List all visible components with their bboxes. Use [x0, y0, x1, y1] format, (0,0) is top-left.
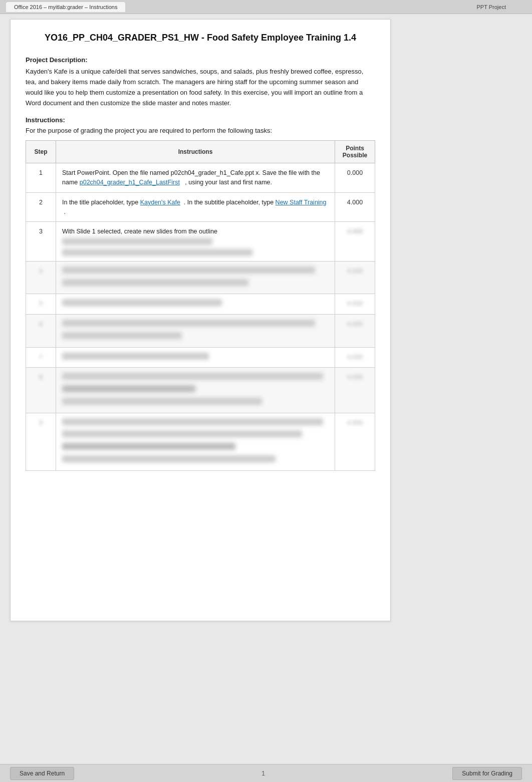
step-instruction: Start PowerPoint. Open the file named p0…	[56, 163, 335, 193]
col-header-step: Step	[26, 141, 56, 163]
step-points: 4.000	[335, 347, 375, 368]
step-number: 9	[26, 413, 56, 470]
step-number: 4	[26, 261, 56, 294]
step-number: 7	[26, 347, 56, 368]
browser-tab[interactable]: Office 2016 – myitlab:grader – Instructi…	[6, 2, 125, 12]
step-instruction	[56, 413, 335, 470]
steps-table: Step Instructions Points Possible 1 Star…	[26, 140, 375, 470]
page-title: YO16_PP_CH04_GRADER_PS1_HW - Food Safety…	[26, 32, 375, 44]
submit-grading-button[interactable]: Submit for Grading	[452, 767, 522, 780]
table-row: 5 4.000	[26, 294, 375, 315]
col-header-points: Points Possible	[335, 141, 375, 163]
main-panel: YO16_PP_CH04_GRADER_PS1_HW - Food Safety…	[10, 19, 391, 621]
table-row: 9 4.000	[26, 413, 375, 470]
table-row: 2 In the title placeholder, type Kayden'…	[26, 192, 375, 222]
table-row: 1 Start PowerPoint. Open the file named …	[26, 163, 375, 193]
table-row: 3 With Slide 1 selected, create new slid…	[26, 222, 375, 262]
step-instruction	[56, 315, 335, 348]
step-instruction	[56, 294, 335, 315]
step-instruction	[56, 261, 335, 294]
table-row: 8 4.000	[26, 368, 375, 413]
step-points: 4.000	[335, 413, 375, 470]
step-points: 4.000	[335, 368, 375, 413]
file-link[interactable]: p02ch04_grader_h1_Cafe_LastFirst	[80, 179, 180, 186]
table-row: 6 4.000	[26, 315, 375, 348]
step-number: 8	[26, 368, 56, 413]
step-number: 1	[26, 163, 56, 193]
step-points: 4.000	[335, 315, 375, 348]
new-staff-training-link: New Staff Training	[276, 199, 327, 206]
step-number: 3	[26, 222, 56, 262]
step-number: 5	[26, 294, 56, 315]
step-points: 4.000	[335, 222, 375, 262]
step-points: 0.000	[335, 163, 375, 193]
step-instruction: In the title placeholder, type Kayden's …	[56, 192, 335, 222]
step-points: 4.000	[335, 192, 375, 222]
step-instruction: With Slide 1 selected, create new slides…	[56, 222, 335, 262]
save-return-button[interactable]: Save and Return	[10, 767, 74, 780]
step-instruction	[56, 347, 335, 368]
step-points: 4.000	[335, 294, 375, 315]
bottom-bar: Save and Return 1 Submit for Grading	[0, 764, 532, 782]
for-purpose-text: For the purpose of grading the project y…	[26, 127, 375, 134]
step-number: 2	[26, 192, 56, 222]
project-description-label: Project Description:	[26, 56, 375, 64]
description-text: Kayden's Kafe is a unique cafe/deli that…	[26, 67, 375, 108]
browser-right-label: PPT Project	[477, 4, 506, 10]
table-row: 7 4.000	[26, 347, 375, 368]
kaydens-kafe-link: Kayden's Kafe	[140, 199, 180, 206]
right-panel	[396, 14, 496, 626]
step-instruction	[56, 368, 335, 413]
table-row: 4 4.000	[26, 261, 375, 294]
page-info: 1	[261, 770, 265, 777]
col-header-instructions: Instructions	[56, 141, 335, 163]
browser-bar: Office 2016 – myitlab:grader – Instructi…	[0, 0, 532, 14]
instructions-label: Instructions:	[26, 116, 375, 124]
step-number: 6	[26, 315, 56, 348]
step-points: 4.000	[335, 261, 375, 294]
